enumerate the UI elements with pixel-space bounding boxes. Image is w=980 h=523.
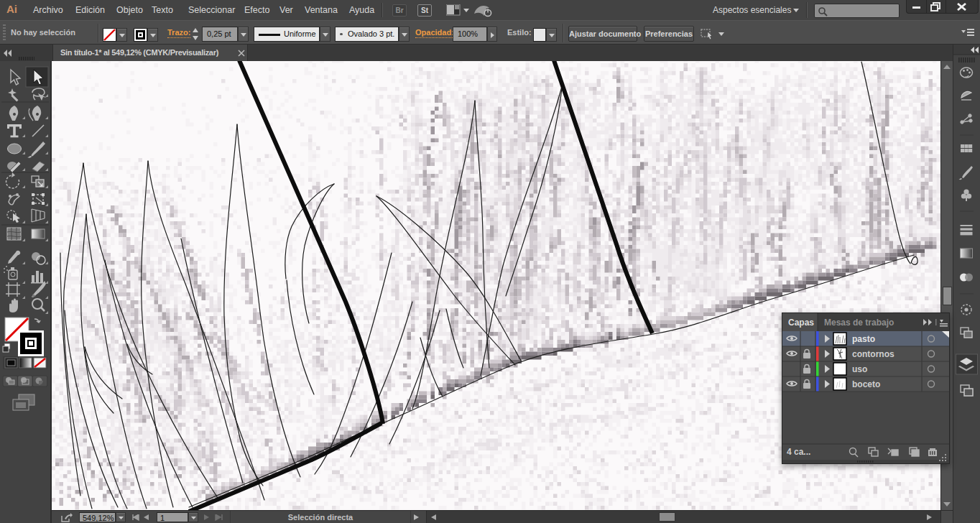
svg-text:pasto: pasto bbox=[852, 334, 875, 344]
svg-text:Mesas de trabajo: Mesas de trabajo bbox=[824, 318, 894, 328]
svg-text:Capas: Capas bbox=[788, 318, 814, 328]
svg-text:4 ca...: 4 ca... bbox=[787, 447, 810, 457]
svg-text:uso: uso bbox=[852, 364, 867, 374]
svg-text:boceto: boceto bbox=[852, 379, 880, 389]
svg-text:contornos: contornos bbox=[852, 349, 895, 359]
